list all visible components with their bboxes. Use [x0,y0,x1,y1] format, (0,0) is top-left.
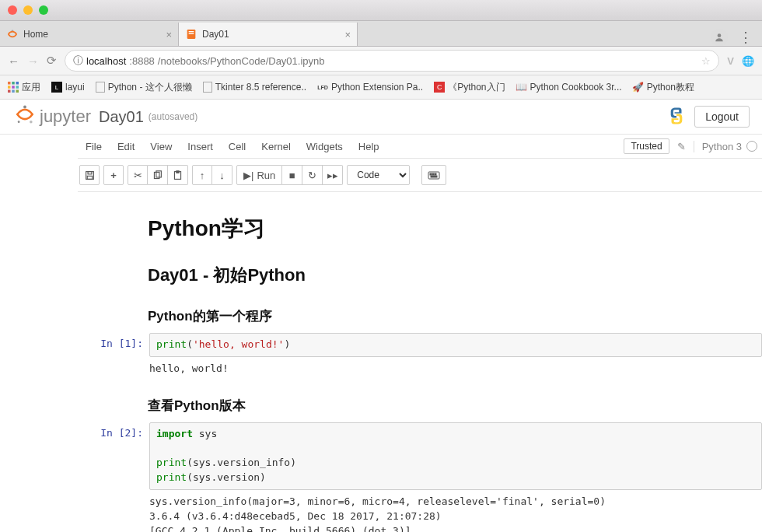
svg-rect-26 [432,173,434,175]
window-maximize-button[interactable] [39,5,48,15]
notebook-content: Python学习 Day01 - 初始Python Python的第一个程序 I… [78,192,762,532]
code-cell[interactable]: In [1]: print('hello, world!') hello, wo… [78,333,762,376]
command-palette-button[interactable] [421,165,446,185]
menu-file[interactable]: File [78,138,110,156]
apps-label: 应用 [22,81,40,94]
browser-tab-row: Home × Day01 × ⋮ [0,21,762,47]
jupyter-brand-text: jupyter [40,107,91,127]
add-cell-button[interactable]: + [103,165,124,185]
move-up-button[interactable]: ↑ [192,165,212,185]
kernel-name: Python 3 [702,141,742,152]
notebook-header: jupyter Day01 (autosaved) Logout [0,100,762,135]
input-prompt: In [2]: [78,422,149,532]
extension-globe-icon[interactable]: 🌐 [742,55,754,67]
move-down-button[interactable]: ↓ [212,165,232,185]
svg-rect-6 [12,82,15,85]
url-path: /notebooks/PythonCode/Day01.ipynb [158,55,325,67]
url-port: :8888 [129,55,155,67]
menu-edit[interactable]: Edit [110,138,142,156]
edit-pencil-icon[interactable]: ✎ [677,141,686,152]
menu-cell[interactable]: Cell [221,138,253,156]
extension-icons: V 🌐 [727,55,754,67]
restart-run-all-button[interactable]: ▸▸ [323,165,343,185]
restart-button[interactable]: ↻ [302,165,323,185]
extension-v-icon[interactable]: V [727,55,734,67]
kernel-status-icon [746,141,757,152]
window-minimize-button[interactable] [23,5,33,15]
profile-avatar-icon[interactable] [711,29,728,46]
notebook-body: File Edit View Insert Cell Kernel Widget… [78,135,762,532]
menu-kernel[interactable]: Kernel [253,138,299,156]
notebook-title[interactable]: Day01 [99,108,144,126]
forward-icon[interactable]: → [27,54,39,68]
run-button[interactable]: ▶|Run [236,165,282,185]
menu-widgets[interactable]: Widgets [299,138,351,156]
bookmark-item[interactable]: Llayui [51,82,85,93]
tab-title: Day01 [202,29,340,40]
bookmark-item[interactable]: 📖Python Cookbook 3r... [516,82,622,93]
trusted-badge[interactable]: Trusted [624,138,669,154]
layui-icon: L [51,82,62,93]
interrupt-button[interactable]: ■ [282,165,302,185]
address-bar[interactable]: ⓘ localhost:8888/notebooks/PythonCode/Da… [65,50,719,72]
bookmarks-bar: 应用 Llayui Python - 这个人很懒 Tkinter 8.5 ref… [0,75,762,100]
page-icon [96,82,105,93]
code-input[interactable]: import sys print(sys.version_info) print… [149,422,762,490]
address-row: ← → ⟳ ⓘ localhost:8888/notebooks/PythonC… [0,47,762,75]
kernel-indicator[interactable]: Python 3 [694,141,757,152]
code-input[interactable]: print('hello, world!') [149,333,762,357]
svg-rect-7 [16,82,19,85]
svg-rect-18 [88,171,92,173]
svg-rect-12 [12,90,15,93]
python-logo-icon [666,106,687,128]
svg-rect-5 [8,82,11,85]
svg-rect-11 [8,90,11,93]
code-cell[interactable]: In [2]: import sys print(sys.version_inf… [78,422,762,532]
md-h1: Python学习 [148,214,757,243]
cell-type-select[interactable]: Code [347,165,410,185]
paste-button[interactable] [168,165,188,185]
browser-tab-day01[interactable]: Day01 × [179,23,358,46]
bookmark-item[interactable]: Python - 这个人很懒 [96,81,192,94]
apps-button[interactable]: 应用 [8,81,40,94]
bookmark-item[interactable]: LFDPython Extension Pa.. [317,82,423,93]
page-icon [203,82,212,93]
browser-tab-home[interactable]: Home × [0,23,179,46]
svg-rect-27 [435,173,436,175]
bookmark-item[interactable]: 🚀Python教程 [633,81,694,94]
bookmark-item[interactable]: Tkinter 8.5 reference.. [203,82,306,93]
svg-point-4 [718,33,722,37]
markdown-cell[interactable]: Python学习 Day01 - 初始Python Python的第一个程序 [78,214,762,325]
window-close-button[interactable] [8,5,17,15]
cell-output: hello, world! [149,357,762,376]
logout-button[interactable]: Logout [694,106,750,128]
rocket-icon: 🚀 [633,82,644,93]
page: jupyter Day01 (autosaved) Logout File Ed… [0,100,762,532]
markdown-cell[interactable]: 查看Python版本 [78,397,762,415]
chrome-menu-icon[interactable]: ⋮ [739,29,753,46]
menu-insert[interactable]: Insert [180,138,221,156]
svg-point-15 [18,121,20,123]
bookmark-star-icon[interactable]: ☆ [701,55,711,67]
svg-rect-3 [189,33,194,34]
bookmark-item[interactable]: C《Python入门 [434,81,505,94]
back-icon[interactable]: ← [8,54,19,68]
site-info-icon[interactable]: ⓘ [73,54,83,68]
menu-view[interactable]: View [142,138,180,156]
run-label: Run [257,170,275,181]
jupyter-logo[interactable]: jupyter [14,103,91,130]
save-button[interactable] [79,165,100,185]
md-h3: Python的第一个程序 [148,307,757,325]
cut-button[interactable]: ✂ [128,165,148,185]
close-tab-icon[interactable]: × [344,29,351,40]
copy-button[interactable] [148,165,168,185]
menu-help[interactable]: Help [351,138,387,156]
jupyter-logo-icon [14,103,36,130]
svg-rect-23 [177,170,179,172]
notebook-favicon-icon [185,28,197,40]
close-tab-icon[interactable]: × [166,29,172,40]
c-icon: C [434,82,445,93]
book-icon: 📖 [516,82,527,93]
reload-icon[interactable]: ⟳ [47,54,57,68]
svg-rect-28 [431,176,437,177]
